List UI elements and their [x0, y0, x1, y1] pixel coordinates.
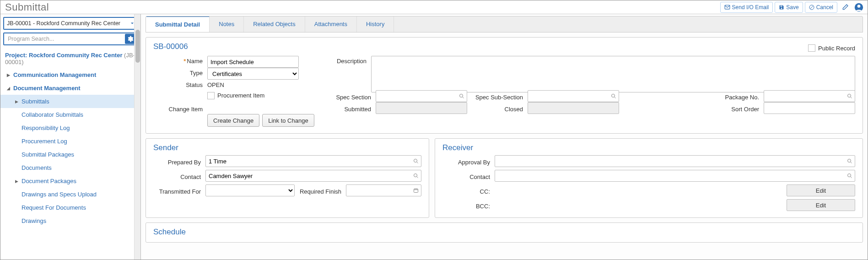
- closed-label: Closed: [470, 104, 525, 113]
- edit-icon-button[interactable]: [839, 2, 851, 13]
- tree-item[interactable]: ▶Request For Documents: [0, 201, 140, 214]
- tree-item[interactable]: ▶Responsibility Log: [0, 121, 140, 135]
- type-label: Type: [153, 68, 205, 76]
- caret-down-icon: ◢: [6, 86, 11, 91]
- package-no-input[interactable]: [764, 90, 855, 102]
- receiver-title: Receiver: [442, 143, 855, 152]
- transmitted-for-label: Transmitted For: [153, 186, 203, 195]
- description-label: Description: [332, 56, 368, 65]
- tree-group[interactable]: ◢Document Management: [0, 81, 140, 95]
- sort-order-label: Sort Order: [622, 104, 761, 113]
- public-record-field[interactable]: Public Record: [808, 44, 855, 52]
- submitted-input: [376, 102, 467, 114]
- cancel-icon: [809, 5, 814, 10]
- spec-sub-section-input[interactable]: [528, 90, 619, 102]
- topbar-actions: Send I/O Email Save Cancel: [720, 2, 865, 13]
- type-select[interactable]: Certificates: [207, 68, 299, 80]
- prepared-by-input[interactable]: [205, 155, 421, 167]
- tree-item-label: Document Packages: [22, 178, 76, 184]
- procurement-item-checkbox[interactable]: [207, 92, 215, 99]
- send-io-email-button[interactable]: Send I/O Email: [720, 2, 773, 13]
- sender-title: Sender: [153, 143, 421, 152]
- tree-item[interactable]: ▶Documents: [0, 161, 140, 174]
- sort-order-input[interactable]: [764, 102, 855, 114]
- sender-contact-label: Contact: [153, 172, 203, 180]
- spec-section-label: Spec Section: [332, 92, 373, 101]
- sender-contact-input[interactable]: [205, 170, 421, 182]
- tree-group-label: Communication Management: [13, 71, 96, 78]
- user-icon-button[interactable]: [853, 2, 865, 13]
- submitted-label: Submitted: [332, 104, 373, 113]
- prepared-by-label: Prepared By: [153, 157, 203, 166]
- tree-item[interactable]: ▶Submittals: [0, 95, 140, 108]
- public-record-checkbox[interactable]: [808, 44, 815, 52]
- sidebar-scrollbar[interactable]: [134, 14, 140, 260]
- schedule-panel: Schedule: [146, 222, 863, 243]
- sidebar-scroll-thumb[interactable]: [135, 30, 140, 63]
- tabs: Submittal DetailNotesRelated ObjectsAtta…: [146, 16, 863, 32]
- description-input[interactable]: [371, 56, 855, 92]
- tab-notes[interactable]: Notes: [210, 16, 244, 32]
- caret-right-icon: ▶: [14, 179, 19, 184]
- transmitted-for-select[interactable]: [205, 184, 295, 196]
- program-search-input[interactable]: [5, 34, 123, 43]
- tree-item-label: Collaborator Submittals: [22, 111, 83, 118]
- detail-id: SB-00006: [153, 42, 188, 51]
- tree-item[interactable]: ▶Procurement Log: [0, 135, 140, 148]
- name-label: Name: [153, 56, 205, 65]
- package-no-label: Package No.: [622, 92, 761, 101]
- required-finish-label: Required Finish: [297, 186, 343, 195]
- sender-receiver-row: Sender Prepared By Contact: [146, 138, 863, 218]
- tree-item[interactable]: ▶Collaborator Submittals: [0, 108, 140, 121]
- tree-group-label: Document Management: [13, 85, 81, 92]
- create-change-button[interactable]: Create Change: [207, 114, 259, 127]
- tree-item-label: Request For Documents: [22, 204, 86, 211]
- receiver-panel: Receiver Approval By Contact: [435, 138, 863, 218]
- content: Submittal DetailNotesRelated ObjectsAtta…: [141, 14, 868, 260]
- procurement-item-field[interactable]: Procurement Item: [207, 92, 264, 99]
- spec-section-input[interactable]: [376, 90, 467, 102]
- svg-point-3: [857, 5, 861, 8]
- name-input[interactable]: [207, 56, 299, 68]
- page-title: Submittal: [3, 1, 49, 13]
- procurement-item-label: Procurement Item: [217, 92, 264, 99]
- bcc-edit-button[interactable]: Edit: [787, 199, 855, 211]
- main-area: JB-00001 - Rockford Community Rec Center…: [0, 14, 868, 260]
- sender-panel: Sender Prepared By Contact: [146, 138, 429, 218]
- public-record-label: Public Record: [818, 45, 855, 52]
- link-to-change-button[interactable]: Link to Change: [262, 114, 314, 127]
- tab-history[interactable]: History: [357, 16, 394, 32]
- project-line: Project: Rockford Community Rec Center (…: [0, 48, 140, 68]
- caret-right-icon: ▶: [6, 73, 11, 77]
- cancel-button[interactable]: Cancel: [805, 2, 837, 13]
- cc-label: CC:: [442, 186, 492, 195]
- tab-submittal-detail[interactable]: Submittal Detail: [146, 16, 210, 32]
- tab-attachments[interactable]: Attachments: [305, 16, 357, 32]
- receiver-contact-input[interactable]: [495, 170, 855, 182]
- tree-item[interactable]: ▶Drawings and Specs Upload: [0, 188, 140, 201]
- save-button[interactable]: Save: [775, 2, 803, 13]
- envelope-icon: [724, 4, 730, 10]
- sidebar: JB-00001 - Rockford Community Rec Center…: [0, 14, 141, 260]
- tab-related-objects[interactable]: Related Objects: [244, 16, 305, 32]
- cc-edit-button[interactable]: Edit: [787, 184, 855, 196]
- program-selector[interactable]: JB-00001 - Rockford Community Rec Center: [3, 17, 138, 30]
- save-icon: [779, 5, 784, 10]
- tree-item[interactable]: ▶Document Packages: [0, 174, 140, 188]
- tree-item[interactable]: ▶Drawings: [0, 214, 140, 228]
- tree-group[interactable]: ▶Communication Management: [0, 68, 140, 81]
- program-selector-value: JB-00001 - Rockford Community Rec Center: [7, 20, 120, 27]
- status-value: OPEN: [207, 80, 224, 88]
- approval-by-input[interactable]: [495, 155, 855, 167]
- tree: ▶Communication Management◢Document Manag…: [0, 68, 140, 260]
- tree-item-label: Submittal Packages: [22, 151, 74, 158]
- tree-item-label: Documents: [22, 164, 52, 171]
- project-link[interactable]: Project: Rockford Community Rec Center: [5, 52, 124, 59]
- topbar: Submittal Send I/O Email Save Cancel: [0, 0, 868, 14]
- tree-item-label: Procurement Log: [22, 138, 67, 145]
- gear-icon: [127, 36, 134, 42]
- required-finish-input[interactable]: [346, 184, 421, 196]
- sidebar-top: JB-00001 - Rockford Community Rec Center: [0, 14, 140, 48]
- tree-item[interactable]: ▶Submittal Packages: [0, 148, 140, 161]
- schedule-title: Schedule: [153, 228, 855, 237]
